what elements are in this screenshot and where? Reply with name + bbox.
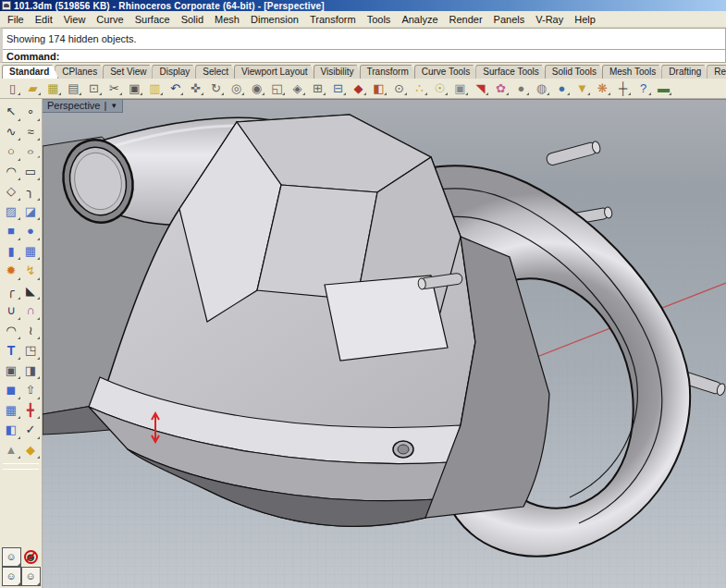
group-icon[interactable]: ▣: [2, 361, 21, 381]
menu-solid[interactable]: Solid: [176, 13, 209, 26]
cut-icon[interactable]: ✂: [105, 80, 124, 97]
network-surface-icon[interactable]: ▦: [21, 241, 41, 262]
tab-display[interactable]: Display: [152, 65, 199, 79]
array-icon[interactable]: ▦: [2, 400, 21, 421]
command-input-line[interactable]: Command:: [3, 50, 725, 62]
paste-icon[interactable]: ▥: [145, 80, 165, 97]
menu-help[interactable]: Help: [569, 13, 601, 26]
environment-icon[interactable]: ▬: [654, 80, 673, 97]
pan-icon[interactable]: ✜: [186, 80, 205, 97]
point-display-icon[interactable]: ∴: [410, 80, 429, 97]
open-file-icon[interactable]: ▰: [23, 80, 43, 97]
undo-icon[interactable]: ↶: [166, 80, 185, 97]
copy-icon[interactable]: ▣: [125, 80, 144, 97]
print-icon[interactable]: ▤: [64, 80, 83, 97]
viewport-dropdown-icon[interactable]: ▼: [110, 102, 117, 110]
sweep-icon[interactable]: ◧: [2, 420, 21, 440]
tab-solid-tools[interactable]: Solid Tools: [545, 65, 606, 79]
lamp-hide-icon[interactable]: ☉: [430, 80, 449, 97]
show-objects-icon[interactable]: ☺: [2, 567, 21, 586]
tab-cplanes[interactable]: CPlanes: [55, 65, 106, 79]
rotate-view-icon[interactable]: ↻: [206, 80, 226, 97]
menu-curve[interactable]: Curve: [91, 13, 129, 26]
zoom-icon[interactable]: ◎: [227, 80, 246, 97]
interpolate-curve-icon[interactable]: ≈: [21, 122, 41, 142]
tab-viewport-layout[interactable]: Viewport Layout: [234, 65, 317, 79]
shaded-view-icon[interactable]: ●: [511, 80, 531, 97]
zoom-window-icon[interactable]: ◱: [267, 80, 287, 97]
color-wheel-icon[interactable]: ✿: [491, 80, 511, 97]
menu-view[interactable]: View: [58, 13, 92, 26]
solid-union-icon[interactable]: ◼: [2, 380, 21, 400]
tab-standard[interactable]: Standard: [2, 65, 58, 79]
chamfer-edge-icon[interactable]: ◣: [21, 281, 41, 301]
explode-icon[interactable]: ✹: [2, 261, 21, 281]
tab-transform[interactable]: Transform: [360, 65, 418, 79]
menu-mesh[interactable]: Mesh: [209, 13, 245, 26]
tab-set-view[interactable]: Set View: [103, 65, 155, 79]
ellipse-icon[interactable]: ○: [21, 145, 41, 158]
spotlight-icon[interactable]: ▼: [572, 80, 592, 97]
extrude-icon[interactable]: ⇧: [21, 380, 41, 400]
menu-transform[interactable]: Transform: [304, 13, 362, 26]
swap-hidden-icon[interactable]: ☺: [21, 567, 41, 586]
menu-edit[interactable]: Edit: [30, 13, 58, 26]
move-point-icon[interactable]: ◳: [21, 340, 41, 361]
menu-tools[interactable]: Tools: [362, 13, 397, 26]
tab-mesh-tools[interactable]: Mesh Tools: [602, 65, 665, 79]
render-icon[interactable]: ◆: [349, 80, 368, 97]
save-file-icon[interactable]: ▦: [43, 80, 63, 97]
extend-curve-icon[interactable]: ↯: [21, 261, 41, 281]
viewport-title[interactable]: Perspective | ▼: [43, 100, 123, 113]
select-pointer-icon[interactable]: ↖: [2, 102, 21, 122]
check-icon[interactable]: ✓: [21, 420, 41, 440]
cap-planar-icon[interactable]: ▲: [2, 440, 21, 460]
vray-icon[interactable]: ◥: [471, 80, 490, 97]
surface-points-icon[interactable]: ▨: [2, 202, 21, 222]
copy-to-clipboard-icon[interactable]: ⊡: [84, 80, 104, 97]
cplane-icon[interactable]: ┼: [613, 80, 633, 97]
arc-icon[interactable]: ◠: [2, 162, 21, 182]
box-icon[interactable]: ■: [2, 221, 21, 241]
lock-icon[interactable]: ▣: [450, 80, 470, 97]
tab-drafting[interactable]: Drafting: [661, 65, 710, 79]
show-selected-icon[interactable]: ☺: [2, 547, 21, 567]
patch-trim-icon[interactable]: ◆: [21, 440, 41, 460]
new-file-icon[interactable]: ▯: [3, 80, 22, 97]
tab-curve-tools[interactable]: Curve Tools: [414, 65, 480, 79]
perspective-viewport[interactable]: Perspective | ▼: [43, 99, 726, 588]
tab-render-tools[interactable]: Rend: [707, 65, 726, 79]
polyline-icon[interactable]: ∿: [2, 122, 21, 142]
zoom-selected-icon[interactable]: ◈: [288, 80, 307, 97]
tab-select[interactable]: Select: [195, 65, 238, 79]
tab-visibility[interactable]: Visibility: [314, 65, 363, 79]
single-point-icon[interactable]: ∘: [21, 102, 41, 122]
polar-array-icon[interactable]: ╋: [21, 400, 41, 421]
sphere-icon[interactable]: ●: [21, 221, 41, 241]
zoom-dynamic-icon[interactable]: ◉: [247, 80, 266, 97]
fillet-corner-icon[interactable]: ╮: [21, 181, 41, 202]
fillet-edge-icon[interactable]: ╭: [2, 281, 21, 301]
menu-surface[interactable]: Surface: [129, 13, 176, 26]
cylinder-icon[interactable]: ▮: [2, 241, 21, 262]
tab-surface-tools[interactable]: Surface Tools: [475, 65, 548, 79]
text-tool-icon[interactable]: T: [2, 340, 21, 361]
rectangle-icon[interactable]: ▭: [21, 162, 41, 182]
hide-objects-icon[interactable]: ☻: [21, 547, 41, 567]
menu-analyze[interactable]: Analyze: [396, 13, 443, 26]
viewport-layout-icon[interactable]: ⊟: [328, 80, 348, 97]
boolean-difference-icon[interactable]: ∩: [21, 300, 41, 321]
set-view-icon[interactable]: ⊙: [389, 80, 409, 97]
blend-curve-icon[interactable]: ≀: [21, 321, 41, 341]
patch-surface-icon[interactable]: ◪: [21, 202, 41, 222]
curve-fillet-icon[interactable]: ◠: [2, 321, 21, 341]
rendered-view-icon[interactable]: ●: [552, 80, 572, 97]
menu-vray[interactable]: V-Ray: [530, 13, 569, 26]
viewport-canvas[interactable]: [43, 100, 726, 588]
help-icon[interactable]: ?: [634, 80, 653, 97]
circle-icon[interactable]: ○: [2, 141, 21, 162]
options-gear-icon[interactable]: ❋: [593, 80, 612, 97]
menu-panels[interactable]: Panels: [488, 13, 531, 26]
menu-file[interactable]: File: [2, 13, 30, 26]
polygon-icon[interactable]: ◇: [2, 181, 21, 202]
